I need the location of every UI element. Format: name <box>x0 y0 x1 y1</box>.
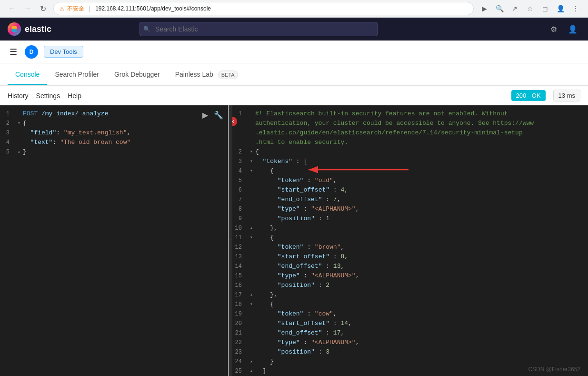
line-content: "token" : "old", <box>255 176 588 185</box>
line-number: 4 <box>232 166 248 176</box>
line-content: { <box>255 233 588 243</box>
line-number: 11 <box>232 233 248 243</box>
line-number: 20 <box>232 319 248 328</box>
line-gutter: ▾ <box>248 157 255 166</box>
line-number: 23 <box>232 347 248 357</box>
line-number: 3 <box>232 157 248 166</box>
run-query-button[interactable]: ▶ <box>199 109 211 121</box>
response-line: authentication, your cluster could be ac… <box>232 119 588 128</box>
response-line: 10▴ }, <box>232 224 588 233</box>
response-line: 9 "position" : 1 <box>232 214 588 224</box>
line-number: 8 <box>232 204 248 214</box>
response-content[interactable]: 1#! Elasticsearch built-in security feat… <box>232 105 588 376</box>
line-number: 10 <box>232 224 248 233</box>
line-gutter: ▴ <box>248 224 255 233</box>
line-content: "end_offset" : 13, <box>255 262 588 271</box>
elastic-header-right: ⚙ 👤 <box>546 21 580 37</box>
response-line: 17▴ }, <box>232 290 588 300</box>
help-menu[interactable]: Help <box>68 90 81 102</box>
menu-btn[interactable]: ⋮ <box>569 2 582 15</box>
status-badge: 200 - OK <box>511 90 546 101</box>
response-line: 3▾ "tokens" : [ <box>232 157 588 166</box>
response-line: 12 "token" : "brown", <box>232 243 588 252</box>
line-gutter: ▾ <box>248 147 255 157</box>
line-number: 5 <box>232 176 248 185</box>
menu-bar: History Settings Help 200 - OK 13 ms <box>0 86 588 105</box>
line-gutter: ▾ <box>248 300 255 309</box>
elastic-logo[interactable]: elastic <box>8 22 51 36</box>
line-number: 5 <box>0 147 15 157</box>
share-btn[interactable]: ↗ <box>508 2 521 15</box>
panel-divider[interactable]: ⋮ <box>229 105 232 376</box>
elastic-logo-icon <box>8 22 21 36</box>
line-content: #! Elasticsearch built-in security featu… <box>255 109 588 119</box>
dev-tools-button[interactable]: Dev Tools <box>44 46 83 58</box>
response-line: .elastic.co/guide/en/elasticsearch/refer… <box>232 128 588 138</box>
response-line: 18▾ { <box>232 300 588 309</box>
profile-btn[interactable]: 👤 <box>554 2 567 15</box>
line-content: authentication, your cluster could be ac… <box>255 119 588 128</box>
line-number: 18 <box>232 300 248 309</box>
line-gutter: ▴ <box>248 290 255 300</box>
response-line: .html to enable security. <box>232 138 588 147</box>
elastic-search-input[interactable] <box>140 22 378 36</box>
back-button[interactable]: ← <box>6 2 19 15</box>
history-menu[interactable]: History <box>8 90 29 102</box>
window-btn[interactable]: ◻ <box>538 2 552 15</box>
query-editor[interactable]: 1POST /my_index/_analyze2▾{3 "field": "m… <box>0 105 228 376</box>
wrench-button[interactable]: 🔧 <box>213 109 224 121</box>
tab-search-profiler[interactable]: Search Profiler <box>47 65 107 85</box>
line-content: { <box>255 147 588 157</box>
line-number: 17 <box>232 290 248 300</box>
response-line: 11▾ { <box>232 233 588 243</box>
line-content: POST /my_index/_analyze <box>23 109 228 119</box>
line-gutter: ▴ <box>248 366 255 376</box>
bookmark-btn[interactable]: ☆ <box>523 2 537 15</box>
line-content: "text": "The old brown cow" <box>23 138 228 147</box>
line-gutter: ▴ <box>248 357 255 366</box>
time-badge: 13 ms <box>553 90 580 102</box>
refresh-button[interactable]: ↻ <box>36 2 50 15</box>
forward-button[interactable]: → <box>21 2 34 15</box>
line-content: "type" : "<ALPHANUM>", <box>255 204 588 214</box>
address-bar[interactable]: ⚠ 不安全 | 192.168.42.111:5601/app/dev_tool… <box>53 2 474 15</box>
response-line: 5 "token" : "old", <box>232 176 588 185</box>
code-line: 1POST /my_index/_analyze <box>0 109 228 119</box>
user-button[interactable]: 👤 <box>565 21 580 37</box>
line-content: "tokens" : [ <box>255 157 588 166</box>
response-line: 16 "position" : 2 <box>232 281 588 290</box>
line-number: 1 <box>0 109 15 119</box>
line-number: 16 <box>232 281 248 290</box>
response-line: 13 "start_offset" : 8, <box>232 252 588 262</box>
response-line: 22 "type" : "<ALPHANUM>", <box>232 338 588 347</box>
tab-console[interactable]: Console <box>8 65 47 85</box>
line-number: 24 <box>232 357 248 366</box>
response-line: 23 "position" : 3 <box>232 347 588 357</box>
query-panel: 1POST /my_index/_analyze2▾{3 "field": "m… <box>0 105 229 376</box>
line-content: "position" : 1 <box>255 214 588 224</box>
line-content: "start_offset" : 14, <box>255 319 588 328</box>
line-number: 9 <box>232 214 248 224</box>
line-number: 6 <box>232 185 248 195</box>
line-number: 14 <box>232 262 248 271</box>
line-content: { <box>23 119 228 128</box>
search-wrap <box>140 22 378 36</box>
zoom-btn[interactable]: 🔍 <box>493 2 506 15</box>
browser-actions: ▶ 🔍 ↗ ☆ ◻ 👤 ⋮ <box>478 2 582 15</box>
line-number: 19 <box>232 309 248 319</box>
security-icon: ⚠ <box>60 6 64 12</box>
tab-grok-debugger[interactable]: Grok Debugger <box>107 65 168 85</box>
line-content: } <box>23 147 228 157</box>
line-number: 15 <box>232 271 248 281</box>
line-content: "token" : "brown", <box>255 243 588 252</box>
globe-button[interactable]: ⚙ <box>546 21 561 37</box>
line-gutter: ▾ <box>248 166 255 176</box>
line-number: 2 <box>0 119 15 128</box>
hamburger-menu-button[interactable]: ☰ <box>8 45 19 59</box>
response-line: 20 "start_offset" : 14, <box>232 319 588 328</box>
line-content: { <box>255 300 588 309</box>
tab-painless-lab[interactable]: Painless Lab BETA <box>168 65 246 85</box>
line-number: 4 <box>0 138 15 147</box>
screenshot-btn[interactable]: ▶ <box>478 2 491 15</box>
settings-menu[interactable]: Settings <box>36 90 60 102</box>
